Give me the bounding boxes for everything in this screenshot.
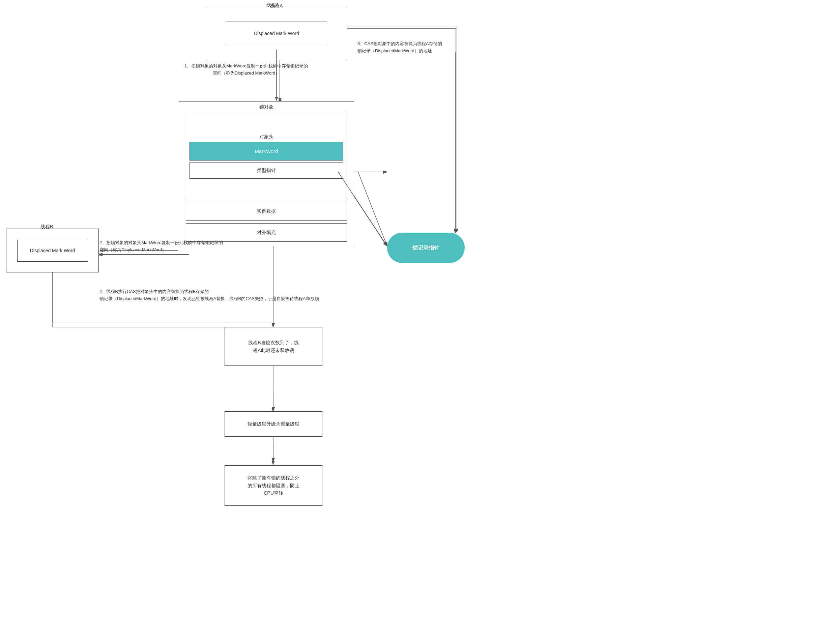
lock-object-label: 锁对象 bbox=[179, 102, 354, 113]
thread-a-displaced-box: Displaced Mark Word bbox=[226, 21, 327, 45]
thread-a-title: 线程A bbox=[266, 2, 279, 8]
step1-label: 线程B自旋次数到了，线 程A此时还未释放锁 bbox=[248, 339, 298, 354]
thread-b-displaced-label: Displaced Mark Word bbox=[30, 248, 75, 253]
step1-box: 线程B自旋次数到了，线 程A此时还未释放锁 bbox=[225, 327, 322, 366]
instance-data-label: 实例数据 bbox=[257, 209, 276, 214]
step2-label: 轻量级锁升级为重量级锁 bbox=[248, 421, 299, 427]
mark-word-label: MarkWord bbox=[255, 148, 278, 154]
annotation-arrow4: 4、线程B执行CAS把对象头中的内容替换为线程B存储的 锁记录（Displace… bbox=[99, 288, 363, 302]
annotation-arrow2: 2、把锁对象的对象头MarkWord复制一份到栈帧中存储锁记录的 空间（称为Di… bbox=[99, 240, 255, 253]
thread-a-displaced-label: Displaced Mark Word bbox=[254, 31, 299, 36]
alignment-label: 对齐填充 bbox=[257, 230, 276, 236]
type-pointer-box: 类型指针 bbox=[189, 163, 343, 179]
annotation-arrow1: 1、把锁对象的对象头MarkWord复制一份到栈帧中存储锁记录的 空间（称为Di… bbox=[169, 63, 324, 77]
lock-record-pointer: 锁记录指针 bbox=[387, 233, 465, 263]
object-head-label: 对象头 bbox=[186, 132, 347, 142]
object-head-box: 对象头 MarkWord 类型指针 bbox=[186, 113, 347, 199]
step3-label: 将除了拥有锁的线程之外 的所有线程都阻塞，防止 CPU空转 bbox=[248, 474, 299, 497]
lock-object-outer: 锁对象 对象头 MarkWord 类型指针 实例数据 对齐填充 bbox=[179, 101, 354, 246]
step3-box: 将除了拥有锁的线程之外 的所有线程都阻塞，防止 CPU空转 bbox=[225, 465, 322, 506]
step2-box: 轻量级锁升级为重量级锁 bbox=[225, 411, 322, 437]
thread-b-title: 线程B bbox=[41, 224, 53, 230]
mark-word-box: MarkWord bbox=[189, 142, 343, 161]
instance-data-box: 实例数据 bbox=[186, 202, 347, 220]
thread-b-displaced-box: Displaced Mark Word bbox=[17, 240, 88, 262]
thread-b-frame: Displaced Mark Word bbox=[6, 228, 99, 273]
annotation-arrow3: 3、CAS把对象中的内容替换为线程A存储的 锁记录（DisplacedMarkW… bbox=[357, 41, 486, 54]
thread-a-frame: 线程A Displaced Mark Word bbox=[206, 7, 347, 60]
lock-record-pointer-label: 锁记录指针 bbox=[413, 245, 439, 251]
alignment-box: 对齐填充 bbox=[186, 223, 347, 242]
type-pointer-label: 类型指针 bbox=[257, 168, 276, 174]
